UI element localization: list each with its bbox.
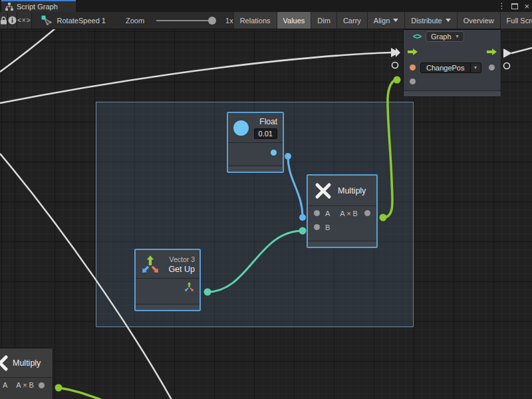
node-multiply[interactable]: Multiply A A × B B — [307, 174, 378, 248]
float-value-field[interactable]: 0.01 — [254, 128, 277, 139]
node-get-up[interactable]: Vector 3 Get Up — [134, 249, 201, 311]
wire-multiply2-offscreen — [59, 388, 101, 399]
flow-input-arrow — [396, 48, 400, 57]
info-button[interactable] — [8, 12, 17, 29]
node-title: Multiply — [13, 358, 41, 368]
script-graph-icon — [5, 3, 13, 11]
title-bar: Script Graph ⋮ × — [0, 0, 532, 12]
node-float[interactable]: Float 0.01 — [227, 112, 284, 173]
multiply-icon — [315, 182, 332, 200]
api-icon: <×> — [17, 17, 31, 24]
port-float-output[interactable] — [271, 150, 277, 156]
toolbar-button-dim[interactable]: Dim — [311, 12, 336, 29]
port-multiply-b[interactable] — [314, 224, 320, 230]
graph-toolbar: <×> RotateSpeed 1 Zoom 1x Relations Valu… — [0, 12, 532, 29]
toolbar-button-distribute[interactable]: Distribute — [404, 12, 456, 29]
dropdown-caret-icon — [393, 19, 398, 22]
zoom-label: Zoom — [126, 17, 144, 25]
caret-icon: ▾ — [474, 65, 477, 70]
port-multiply-output[interactable] — [364, 210, 370, 216]
port-label: B — [325, 223, 330, 231]
port-vector3-output[interactable] — [184, 281, 195, 293]
vector3-icon — [140, 254, 161, 275]
port-multiply-output[interactable] — [39, 382, 45, 388]
node-footer — [308, 241, 376, 247]
port-changepos-input[interactable] — [410, 65, 416, 70]
port-label: A — [3, 381, 7, 389]
toolbar-button-overview[interactable]: Overview — [457, 12, 500, 29]
graph-ref-icon — [41, 15, 52, 25]
zoom-slider[interactable] — [156, 20, 213, 21]
node-type-label: Vector 3 — [169, 255, 195, 263]
menu-icon[interactable]: ⋮ — [497, 2, 505, 10]
node-footer — [136, 304, 200, 310]
multiply-icon — [0, 354, 9, 372]
graph-canvas[interactable]: <> Graph ▾ ChangePos ▾ — [0, 29, 532, 399]
port-label: A × B — [16, 381, 34, 389]
caret-icon: ▾ — [456, 34, 459, 39]
code-icon: <> — [413, 32, 421, 41]
node-title: Multiply — [338, 186, 366, 196]
wire-arrowhead-into-graph-node — [391, 48, 400, 57]
unconnected-endpoint-right — [504, 63, 510, 69]
flow-in-arrow-icon[interactable] — [408, 49, 418, 55]
info-icon — [8, 16, 17, 25]
wire-white-topleft — [0, 29, 56, 72]
maximize-icon[interactable] — [511, 3, 518, 9]
node-title: Get Up — [168, 265, 195, 274]
toolbar-button-align[interactable]: Align — [367, 12, 404, 29]
node-title: Float — [259, 117, 277, 126]
dropdown-caret-icon — [446, 19, 451, 22]
float-type-icon — [233, 120, 249, 136]
flow-output-arrow — [503, 49, 512, 58]
zoom-slider-handle[interactable] — [208, 17, 216, 25]
lock-icon — [0, 17, 7, 25]
wire-endpoint — [55, 384, 63, 392]
unconnected-endpoint-left — [392, 63, 398, 68]
close-icon[interactable]: × — [524, 2, 529, 11]
api-button[interactable]: <×> — [17, 12, 32, 29]
zoom-value: 1x — [225, 17, 233, 25]
port-output[interactable] — [489, 65, 495, 70]
port-label: A × B — [340, 209, 358, 217]
window-title: Script Graph — [17, 3, 58, 11]
lock-button[interactable] — [0, 12, 8, 29]
wire-white-from-graph-node — [511, 48, 532, 53]
port-multiply-a[interactable] — [314, 210, 320, 216]
node-footer — [404, 90, 501, 96]
toolbar-button-values[interactable]: Values — [277, 12, 311, 29]
port-label: A — [325, 209, 330, 217]
wire-white-to-graph-node — [0, 53, 391, 103]
graph-breadcrumb[interactable]: RotateSpeed 1 — [57, 17, 106, 25]
flow-out-arrow-icon[interactable] — [487, 49, 497, 55]
toolbar-button-carry[interactable]: Carry — [336, 12, 367, 29]
graph-dropdown[interactable]: Graph ▾ — [426, 31, 464, 42]
wire-endpoint — [394, 76, 401, 84]
value-dropdown-changepos[interactable]: ChangePos ▾ — [420, 63, 481, 73]
node-graph[interactable]: <> Graph ▾ ChangePos ▾ — [403, 29, 501, 97]
window-tab-script-graph[interactable]: Script Graph — [1, 0, 76, 12]
toolbar-button-full-screen[interactable]: Full Screen — [500, 12, 532, 29]
node-multiply-partial[interactable]: Multiply A A × B — [0, 348, 53, 399]
toolbar-button-relations[interactable]: Relations — [233, 12, 277, 29]
port-input-2[interactable] — [410, 78, 416, 84]
node-footer — [228, 166, 283, 172]
